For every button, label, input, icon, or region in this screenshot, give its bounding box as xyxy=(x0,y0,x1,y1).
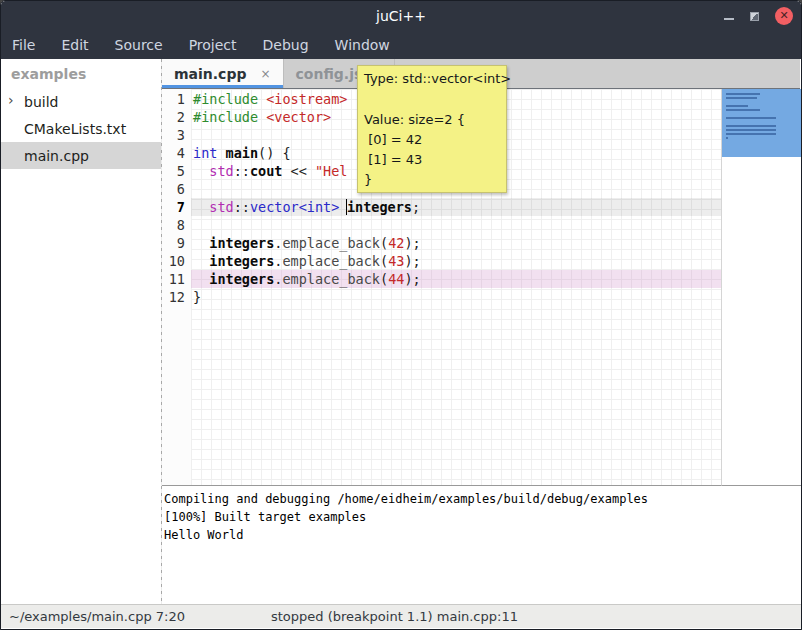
minimap-code-line xyxy=(726,137,728,139)
code-token: cout xyxy=(250,163,283,179)
code-token: ); xyxy=(404,253,420,269)
close-tab-icon[interactable]: × xyxy=(260,67,270,81)
tree-item-main.cpp[interactable]: main.cpp xyxy=(1,142,161,169)
tooltip-value-line: } xyxy=(364,170,500,190)
menu-window[interactable]: Window xyxy=(335,37,390,53)
code-token xyxy=(193,253,209,269)
code-token: ( xyxy=(380,235,388,251)
line-number: 9 xyxy=(162,234,191,252)
minimap-code-line xyxy=(726,109,760,111)
minimap-code-line xyxy=(726,97,757,99)
code-token: ; xyxy=(412,199,420,215)
menu-file[interactable]: File xyxy=(12,37,35,53)
line-number: 10 xyxy=(162,252,191,270)
file-tree: ›buildCMakeLists.txtmain.cpp xyxy=(1,88,161,169)
output-panel[interactable]: Compiling and debugging /home/eidheim/ex… xyxy=(162,487,800,604)
output-line: [100%] Built target examples xyxy=(164,508,798,526)
code-token: emplace_back xyxy=(282,253,380,269)
code-token xyxy=(193,235,209,251)
line-number: 11 xyxy=(162,270,191,288)
code-token: "Hel xyxy=(315,163,348,179)
minimap-code-line xyxy=(726,125,776,127)
code-line[interactable]: integers.emplace_back(43); xyxy=(191,252,721,270)
code-token: integers xyxy=(209,253,274,269)
menubar: FileEditSourceProjectDebugWindow xyxy=(1,31,801,59)
code-token: ( xyxy=(380,253,388,269)
code-token: 43 xyxy=(388,253,404,269)
minimize-icon[interactable] xyxy=(724,18,734,20)
code-token: ); xyxy=(404,271,420,287)
tree-item-build[interactable]: ›build xyxy=(1,88,161,115)
menu-debug[interactable]: Debug xyxy=(263,37,309,53)
line-number: 3 xyxy=(162,126,191,144)
code-token: :: xyxy=(234,199,250,215)
minimap-code-line xyxy=(726,133,776,135)
code-token: integers xyxy=(209,235,274,251)
code-token: int xyxy=(193,145,217,161)
code-line[interactable]: } xyxy=(191,288,721,306)
code-token: std xyxy=(209,199,233,215)
minimap-code-line xyxy=(726,93,760,95)
gutter: 123456789101112 xyxy=(162,89,191,485)
menu-source[interactable]: Source xyxy=(115,37,163,53)
code-line[interactable]: integers.emplace_back(44); xyxy=(191,270,721,288)
code-line[interactable]: integers.emplace_back(42); xyxy=(191,234,721,252)
code-token xyxy=(193,271,209,287)
line-number: 4 xyxy=(162,144,191,162)
tooltip-value-block: Value: size=2 { [0] = 42 [1] = 43} xyxy=(364,110,500,190)
tab-main.cpp[interactable]: main.cpp× xyxy=(162,59,284,88)
menu-project[interactable]: Project xyxy=(189,37,237,53)
close-icon[interactable]: ✕ xyxy=(775,7,793,25)
pane-separator[interactable] xyxy=(161,59,162,604)
code-token: emplace_back xyxy=(282,271,380,287)
tooltip-value-line: Value: size=2 { xyxy=(364,110,500,130)
code-token xyxy=(258,91,266,107)
code-line[interactable] xyxy=(191,216,721,234)
code-token: emplace_back xyxy=(282,235,380,251)
code-token: ); xyxy=(404,235,420,251)
code-token: 44 xyxy=(388,271,404,287)
titlebar[interactable]: juCi++ ✕ xyxy=(1,1,801,31)
file-sidebar: examples ›buildCMakeLists.txtmain.cpp xyxy=(1,59,161,604)
tree-item-label: build xyxy=(24,94,58,110)
text-cursor: integers xyxy=(346,199,412,215)
tree-item-label: CMakeLists.txt xyxy=(24,121,126,137)
maximize-icon[interactable] xyxy=(750,12,759,21)
minimap[interactable] xyxy=(721,89,801,486)
minimap-viewport[interactable] xyxy=(722,89,801,157)
code-token: :: xyxy=(234,163,250,179)
juci-window: juCi++ ✕ FileEditSourceProjectDebugWindo… xyxy=(0,0,802,630)
code-token xyxy=(217,145,225,161)
menu-edit[interactable]: Edit xyxy=(61,37,88,53)
status-debug-state: stopped (breakpoint 1.1) main.cpp:11 xyxy=(271,609,518,624)
code-line[interactable]: std::vector<int> integers; xyxy=(191,198,721,216)
line-number: 1 xyxy=(162,90,191,108)
tree-item-CMakeLists.txt[interactable]: CMakeLists.txt xyxy=(1,115,161,142)
code-token: <vector> xyxy=(266,109,331,125)
debug-value-tooltip: Type: std::vector<int> Value: size=2 { [… xyxy=(357,65,507,193)
code-token: () { xyxy=(258,145,291,161)
line-number: 12 xyxy=(162,288,191,306)
code-token: std xyxy=(209,163,233,179)
chevron-right-icon: › xyxy=(8,92,14,108)
tree-item-label: main.cpp xyxy=(24,148,89,164)
tooltip-value-line: [0] = 42 xyxy=(364,130,500,150)
code-token: << xyxy=(282,163,315,179)
window-title: juCi++ xyxy=(376,8,426,24)
code-token: integers xyxy=(209,271,274,287)
code-token xyxy=(258,109,266,125)
code-token: ( xyxy=(380,271,388,287)
status-file-position: ~/examples/main.cpp 7:20 xyxy=(9,609,185,624)
statusbar: ~/examples/main.cpp 7:20 stopped (breakp… xyxy=(1,604,801,628)
line-number: 6 xyxy=(162,180,191,198)
code-token: #include xyxy=(193,91,258,107)
code-token: vector<int> xyxy=(250,199,339,215)
minimap-code-line xyxy=(726,105,748,107)
code-token: } xyxy=(193,289,201,305)
line-number: 7 xyxy=(162,198,191,216)
window-controls: ✕ xyxy=(724,1,793,31)
line-number: 5 xyxy=(162,162,191,180)
tooltip-value-line: [1] = 43 xyxy=(364,150,500,170)
minimap-code-line xyxy=(726,117,776,119)
output-line: Hello World xyxy=(164,526,798,544)
